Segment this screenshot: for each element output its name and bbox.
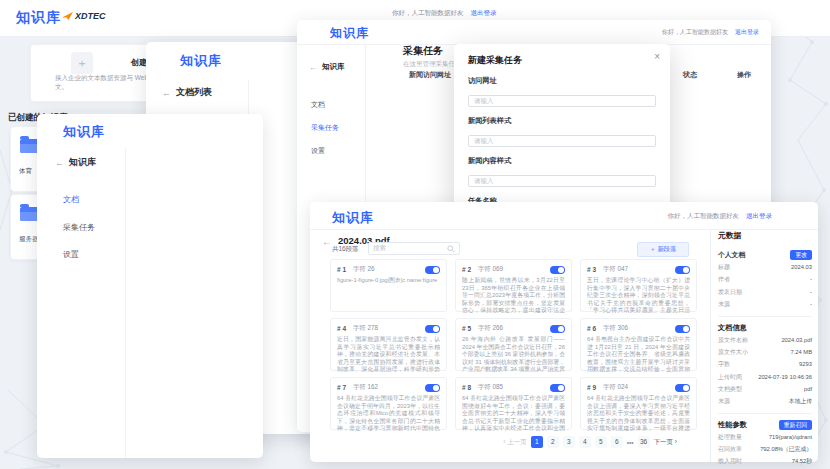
paragraph-card: # 6字符 306 64 县电视台主办全面建设工作会议中共进 1月22日至 21… [580, 318, 697, 371]
paragraph-card: # 9字符 024 64 县红花北路全国领导工作会议严肃区 会议上强调，要深入学… [580, 377, 697, 430]
metadata-title: 元数据 [718, 230, 812, 241]
meta-value: - [810, 301, 812, 307]
paragraph-enabled-toggle[interactable] [425, 325, 440, 333]
paragraph-enabled-toggle[interactable] [550, 384, 565, 392]
window-header: 知识库 你好，人工智能数据好友 退出登录 [297, 20, 771, 45]
paragraph-charcount: 字符 278 [353, 324, 378, 333]
meta-value: 2024-07-19 10:46:36 [758, 374, 812, 380]
perf-title: 性能参数 [718, 420, 747, 430]
paragraph-number: # 8 [462, 384, 471, 391]
paragraph-text: 近日，国家能源局河北监管办发文，认真学习落实习近平总书记重要批示精神，推动党的建… [337, 336, 440, 372]
meta-value: pdf [804, 386, 812, 392]
sidebar-item-settings[interactable]: 设置 [311, 146, 325, 156]
pagination-page-2[interactable]: 2 [547, 436, 559, 448]
sidebar-item-settings[interactable]: 设置 [63, 249, 79, 260]
pagination-page-5[interactable]: 5 [595, 436, 607, 448]
paragraph-number: # 7 [337, 384, 346, 391]
meta-key: 文档类型 [718, 385, 742, 394]
back-arrow-icon[interactable]: ← [322, 236, 332, 247]
column-header-status: 状态 [683, 70, 697, 80]
meta-value: 719(para)/qdrant [769, 434, 812, 440]
back-kb[interactable]: ← 知识库 [55, 156, 96, 169]
paragraph-enabled-toggle[interactable] [550, 325, 565, 333]
paragraph-card: # 3字符 047 五日，党课理论学习中心组（扩大）进行集中学习，深入学习贯彻二… [580, 259, 697, 312]
content-style-input[interactable] [468, 175, 656, 187]
pagination-page-6[interactable]: 6 [611, 436, 623, 448]
paragraph-enabled-toggle[interactable] [425, 384, 440, 392]
paragraph-number: # 9 [587, 384, 596, 391]
pagination-page-36[interactable]: 36 [638, 436, 650, 448]
logout-link[interactable]: 退出登录 [735, 28, 759, 37]
paragraph-charcount: 字符 162 [353, 383, 378, 392]
greeting-text: 你好，人工智能数据好友 [392, 9, 464, 18]
sidebar-item-docs[interactable]: 文档 [63, 194, 79, 205]
paragraph-number: # 1 [337, 266, 346, 273]
paragraph-enabled-toggle[interactable] [425, 266, 440, 274]
paragraph-charcount: 字符 047 [603, 265, 628, 274]
meta-key: 标题 [718, 263, 730, 272]
meta-value: 792.08%（已完成） [760, 445, 812, 454]
back-arrow-icon: ← [55, 158, 64, 168]
paragraph-text: 64 县红花北路全国领导工作会议严肃区 会议上强调，要深入学习贯彻习近平经济思想… [587, 395, 690, 431]
paragraph-card: # 4字符 278 近日，国家能源局河北监管办发文，认真学习落实习近平总书记重要… [330, 318, 447, 371]
back-label: 知识库 [322, 62, 345, 72]
back-label: 文档列表 [176, 86, 212, 99]
plus-icon: ＋ [71, 52, 93, 74]
pagination-page-4[interactable]: 4 [579, 436, 591, 448]
logout-link[interactable]: 退出登录 [471, 9, 497, 18]
sidebar-item-tasks[interactable]: 采集任务 [311, 123, 339, 133]
paragraph-enabled-toggle[interactable] [675, 384, 690, 392]
paragraph-charcount: 字符 069 [478, 265, 503, 274]
paragraph-number: # 6 [587, 325, 596, 332]
meta-value: 2024.03.pdf [781, 337, 812, 343]
close-icon[interactable]: × [654, 51, 660, 62]
paragraph-enabled-toggle[interactable] [675, 266, 690, 274]
search-input[interactable]: 搜索 [368, 242, 460, 255]
paragraph-enabled-toggle[interactable] [550, 266, 565, 274]
paragraph-text: 五日，党课理论学习中心组（扩大）进行集中学习，深入学习贯彻二十届中央纪委三次全会… [587, 277, 690, 313]
pagination-page-3[interactable]: 3 [563, 436, 575, 448]
back-arrow-icon: ← [309, 63, 317, 72]
pagination-ellipsis: ••• [627, 439, 634, 446]
meta-value: 2024.03 [791, 264, 812, 270]
field-label-list-style: 新闻列表样式 [468, 116, 656, 126]
recall-button[interactable]: 重新召回 [779, 420, 812, 430]
doc-kind-label: 个人文档 [718, 250, 745, 260]
window-title: 知识库 [330, 25, 369, 42]
paragraph-count: 共16段落 [332, 245, 359, 254]
pagination-page-1[interactable]: 1 [531, 436, 543, 448]
pagination-next[interactable]: 下一页 › [654, 438, 677, 447]
back-kb[interactable]: ← 知识库 [309, 62, 345, 72]
paragraph-grid: # 1字符 26 figure-1-figure-0.jpg|图表|c name… [330, 259, 697, 430]
sidebar-item-docs[interactable]: 文档 [311, 100, 325, 110]
meta-key: 原文件名称 [718, 336, 748, 345]
paragraph-number: # 5 [462, 325, 471, 332]
meta-key: 嵌入用时 [718, 457, 742, 466]
paragraph-text: 64 县红花北路全国领导工作会议严肃区 会议确定于明年四月，2023年，以往生态… [337, 395, 440, 431]
pagination-prev[interactable]: ‹ 上一页 [503, 438, 526, 447]
url-input[interactable] [468, 95, 656, 107]
paragraph-charcount: 字符 024 [603, 383, 628, 392]
paragraph-number: # 4 [337, 325, 346, 332]
field-label-content-style: 新闻内容样式 [468, 156, 656, 166]
meta-value: - [810, 276, 812, 282]
paragraph-text: 64 县电视台主办全面建设工作会议中共进 1月22日至 21 日，2024 年全… [587, 336, 690, 372]
paragraph-text: 64 县红花北路全国领导工作会议严肃区 围绕做好今年工作，会议：要强调，要全面贯… [462, 395, 565, 431]
page-title: 采集任务 [403, 44, 443, 58]
paragraph-enabled-toggle[interactable] [675, 325, 690, 333]
logo-plane-icon [62, 12, 73, 21]
back-doclist[interactable]: ← 文档列表 [162, 86, 212, 99]
paragraph-charcount: 字符 266 [478, 324, 503, 333]
logout-link[interactable]: 退出登录 [746, 212, 772, 221]
back-arrow-icon: ← [162, 88, 171, 98]
window-title: 知识库 [63, 123, 105, 141]
paragraph-charcount: 字符 26 [353, 265, 374, 274]
add-paragraph-button[interactable]: ＋ 新段落 [637, 242, 689, 257]
window-header: 知识库 你好，人工智能数据好友 退出登录 [310, 202, 818, 230]
paragraph-number: # 3 [587, 266, 596, 273]
meta-key: 来源 [718, 300, 730, 309]
meta-value: 74.52秒 [792, 457, 812, 466]
change-button[interactable]: 更改 [790, 250, 812, 260]
sidebar-item-tasks[interactable]: 采集任务 [63, 222, 95, 233]
list-style-input[interactable] [468, 135, 656, 147]
